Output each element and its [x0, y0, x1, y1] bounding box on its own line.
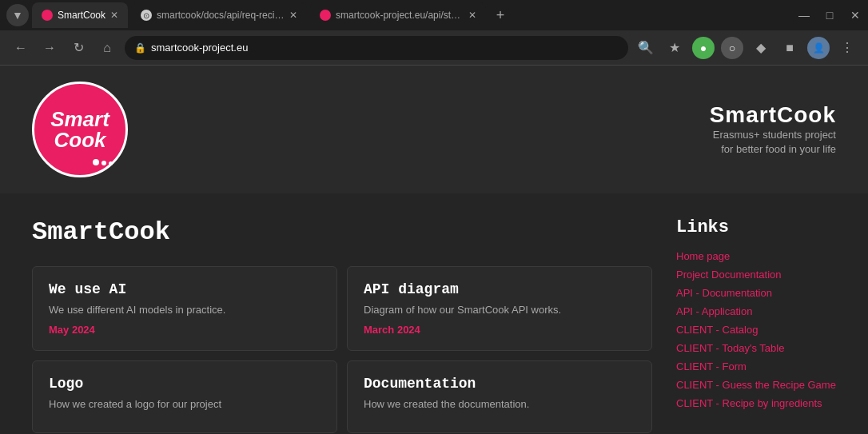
tab-list-button[interactable]: ▼ — [6, 4, 29, 26]
tab-close-1[interactable]: ✕ — [110, 10, 118, 21]
links-title: Links — [676, 217, 836, 237]
brand-info: SmartCook Erasmus+ students project for … — [710, 102, 836, 157]
toolbar-icons: 🔍 ★ ● ○ ◆ ■ 👤 ⋮ — [635, 37, 858, 59]
extension-green[interactable]: ● — [692, 37, 715, 59]
address-text: smartcook-project.eu — [151, 42, 248, 54]
extensions-button[interactable]: ◆ — [750, 37, 772, 59]
search-icon[interactable]: 🔍 — [635, 37, 657, 59]
home-button[interactable]: ⌂ — [96, 37, 118, 59]
card-date-0: May 2024 — [49, 324, 321, 336]
address-bar: ← → ↻ ⌂ 🔒 smartcook-project.eu 🔍 ★ ● ○ ◆… — [0, 30, 868, 66]
card-desc-2: How we created a logo for our project — [49, 398, 321, 410]
card-api-diagram[interactable]: API diagram Diagram of how our SmartCook… — [347, 266, 652, 351]
bookmark-icon[interactable]: ★ — [663, 37, 686, 59]
browser-window: ▼ SmartCook ✕ ⊙ smartcook/docs/api/req-r… — [0, 0, 868, 434]
logo-text-cook: Cook — [54, 129, 106, 150]
tab-favicon-2: ⊙ — [141, 10, 152, 21]
site-header: Smart Cook SmartCook Erasmus+ students p… — [0, 66, 868, 193]
tab-label-2: smartcook/docs/api/req-recipe... — [157, 10, 285, 21]
bubble-3 — [109, 161, 113, 165]
link-client-today[interactable]: CLIENT - Today's Table — [676, 342, 836, 354]
tab-label-3: smartcook-project.eu/api/stru... — [336, 10, 464, 21]
card-date-1: March 2024 — [364, 324, 635, 336]
logo-bubbles — [93, 159, 113, 165]
bubble-1 — [93, 159, 99, 165]
card-desc-1: Diagram of how our SmartCook API works. — [364, 304, 635, 316]
link-client-guess[interactable]: CLIENT - Guess the Recipe Game — [676, 379, 836, 391]
link-api-docs[interactable]: API - Documentation — [676, 287, 836, 299]
tab-close-2[interactable]: ✕ — [289, 10, 297, 21]
link-client-form[interactable]: CLIENT - Form — [676, 360, 836, 372]
lock-icon: 🔒 — [134, 42, 146, 54]
page-content: Smart Cook SmartCook Erasmus+ students p… — [0, 66, 868, 434]
page-title: SmartCook — [32, 217, 652, 247]
link-project-docs[interactable]: Project Documentation — [676, 269, 836, 281]
window-controls: — □ ✕ — [798, 9, 862, 22]
card-logo[interactable]: Logo How we created a logo for our proje… — [32, 360, 337, 433]
card-we-use-ai[interactable]: We use AI We use different AI models in … — [32, 266, 337, 351]
sidebar-links: Links Home page Project Documentation AP… — [676, 217, 836, 433]
reload-button[interactable]: ↻ — [67, 37, 90, 59]
tab-favicon-3 — [320, 10, 331, 21]
new-tab-button[interactable]: + — [489, 4, 512, 26]
tab-bar: ▼ SmartCook ✕ ⊙ smartcook/docs/api/req-r… — [0, 0, 868, 30]
back-button[interactable]: ← — [10, 37, 32, 59]
address-input[interactable]: 🔒 smartcook-project.eu — [125, 36, 628, 60]
brand-tagline-line2: for better food in your life — [710, 142, 836, 157]
card-title-2: Logo — [49, 376, 321, 392]
link-client-recipe[interactable]: CLIENT - Recipe by ingredients — [676, 397, 836, 409]
minimize-button[interactable]: — — [798, 9, 810, 22]
link-client-catalog[interactable]: CLIENT - Catalog — [676, 324, 836, 336]
brand-name: SmartCook — [710, 102, 836, 128]
forward-button[interactable]: → — [38, 37, 61, 59]
tab-favicon-1 — [42, 10, 53, 21]
link-api-app[interactable]: API - Application — [676, 305, 836, 317]
logo-text-smart: Smart — [50, 109, 109, 129]
content-left: SmartCook We use AI We use different AI … — [32, 217, 652, 433]
cards-grid: We use AI We use different AI models in … — [32, 266, 652, 433]
card-desc-0: We use different AI models in practice. — [49, 304, 321, 316]
tab-smartcook[interactable]: SmartCook ✕ — [32, 2, 128, 28]
maximize-button[interactable]: □ — [823, 9, 836, 22]
card-title-1: API diagram — [364, 281, 635, 297]
tab-github-docs[interactable]: ⊙ smartcook/docs/api/req-recipe... ✕ — [131, 2, 307, 28]
link-home-page[interactable]: Home page — [676, 250, 836, 262]
main-content: SmartCook We use AI We use different AI … — [0, 193, 868, 434]
tab-close-3[interactable]: ✕ — [468, 10, 476, 21]
close-button[interactable]: ✕ — [849, 9, 862, 22]
card-desc-3: How we created the documentation. — [364, 398, 635, 410]
cast-button[interactable]: ■ — [778, 37, 801, 59]
extension-gray[interactable]: ○ — [721, 37, 743, 59]
menu-button[interactable]: ⋮ — [836, 37, 858, 59]
site-logo: Smart Cook — [32, 82, 128, 177]
card-title-0: We use AI — [49, 281, 321, 297]
card-documentation[interactable]: Documentation How we created the documen… — [347, 360, 652, 433]
brand-tagline-line1: Erasmus+ students project — [710, 128, 836, 142]
tab-smartcook-api[interactable]: smartcook-project.eu/api/stru... ✕ — [310, 2, 486, 28]
tab-label-1: SmartCook — [58, 10, 106, 21]
profile-button[interactable]: 👤 — [807, 37, 830, 59]
bubble-2 — [102, 161, 106, 165]
card-title-3: Documentation — [364, 376, 635, 392]
